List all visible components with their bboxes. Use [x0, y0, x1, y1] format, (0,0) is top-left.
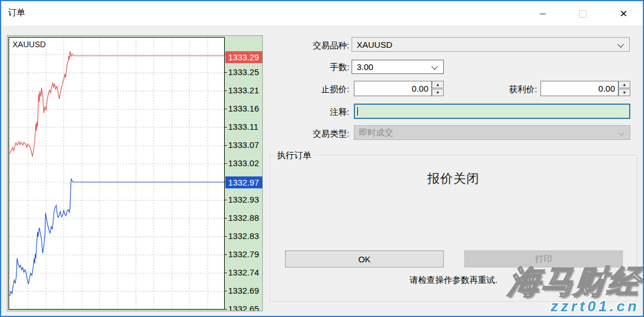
price-scale-label: 1332.79: [228, 249, 259, 260]
price-scale-label: 1332.69: [228, 286, 259, 296]
chevron-down-icon: [431, 63, 437, 69]
bid-price-tag: 1332.97: [225, 176, 263, 188]
maximize-button[interactable]: [573, 5, 592, 23]
tick-chart-svg: [9, 38, 224, 309]
ok-button[interactable]: OK: [285, 250, 444, 267]
volume-combobox[interactable]: 3.00: [352, 60, 444, 74]
price-scale-label: 1332.74: [228, 267, 259, 278]
price-scale-tick: [225, 72, 227, 73]
tick-chart-plot: XAUUSD: [9, 37, 225, 310]
price-scale-tick: [225, 309, 227, 310]
chart-symbol-label: XAUUSD: [13, 40, 46, 49]
price-scale-label: 1333.11: [228, 122, 258, 132]
arrow-up-icon: ▲: [436, 83, 440, 87]
take-profit-increment-button[interactable]: ▲: [618, 81, 630, 88]
price-scale-label: 1332.65: [228, 304, 259, 311]
comment-input[interactable]: [354, 104, 630, 119]
stop-loss-spinbox: 0.00 ▲ ▼: [354, 81, 444, 96]
trade-type-combobox: 即时成交: [354, 125, 630, 140]
trade-type-value: 即时成交: [359, 127, 393, 138]
price-scale-tick: [225, 200, 227, 200]
chevron-down-icon: [617, 41, 624, 47]
groupbox-title: 执行订单: [275, 150, 313, 161]
quotes-closed-message: 报价关闭: [270, 170, 637, 187]
symbol-combobox[interactable]: XAUUSD: [352, 37, 630, 52]
price-scale-label: 1333.25: [228, 67, 259, 77]
price-scale-tick: [225, 291, 227, 291]
ask-price-tag: 1333.29: [225, 51, 263, 63]
price-scale-label: 1333.16: [228, 104, 259, 114]
maximize-icon: [579, 10, 587, 18]
price-scale-tick: [225, 218, 227, 219]
close-button[interactable]: ✕: [614, 5, 633, 23]
price-scale-label: 1332.83: [228, 231, 259, 241]
order-dialog-window: 订单 ─ ✕ XAUUSD 1333.291333.251333.211333.…: [0, 0, 644, 317]
volume-label: 手数:: [263, 62, 349, 73]
volume-value: 3.00: [357, 62, 373, 72]
arrow-down-icon: ▼: [622, 90, 626, 94]
price-scale-label: 1333.02: [228, 158, 259, 168]
take-profit-input[interactable]: 0.00: [540, 81, 618, 96]
take-profit-decrement-button[interactable]: ▼: [618, 89, 630, 96]
price-scale-label: 1333.21: [228, 85, 259, 96]
price-scale-tick: [225, 127, 227, 127]
titlebar: 订单 ─ ✕: [1, 1, 643, 26]
take-profit-label: 获利价:: [451, 84, 537, 95]
stop-loss-input[interactable]: 0.00: [354, 81, 432, 96]
window-title: 订单: [8, 7, 25, 18]
comment-label: 注释:: [263, 107, 349, 118]
ask-line: [10, 51, 224, 157]
stop-loss-increment-button[interactable]: ▲: [432, 81, 444, 88]
price-scale-tick: [225, 90, 227, 91]
arrow-down-icon: ▼: [436, 90, 440, 94]
symbol-value: XAUUSD: [357, 40, 393, 50]
price-scale-tick: [225, 109, 227, 109]
trade-type-label: 交易类型:: [263, 129, 349, 139]
tick-chart-panel: XAUUSD 1333.291333.251333.211333.161333.…: [7, 35, 263, 311]
symbol-label: 交易品种:: [263, 40, 349, 51]
price-scale-tick: [225, 236, 227, 237]
price-scale-tick: [225, 273, 227, 273]
chevron-down-icon: [618, 129, 624, 135]
close-icon: ✕: [620, 8, 628, 20]
price-scale-tick: [225, 145, 227, 146]
watermark-site: zzrt01.cn: [551, 298, 639, 315]
minimize-icon: ─: [540, 9, 546, 18]
arrow-up-icon: ▲: [622, 83, 626, 87]
price-scale-label: 1333.07: [228, 140, 259, 150]
bid-line: [10, 179, 224, 296]
price-scale-tick: [225, 254, 227, 255]
take-profit-spinbox: 0.00 ▲ ▼: [540, 81, 630, 96]
price-scale-label: 1332.93: [228, 195, 259, 205]
text-caret: [357, 107, 358, 116]
price-scale-label: 1332.88: [228, 213, 259, 223]
stop-loss-label: 止损价:: [263, 84, 349, 95]
price-scale-tick: [225, 163, 227, 164]
minimize-button[interactable]: ─: [534, 5, 552, 23]
stop-loss-decrement-button[interactable]: ▼: [432, 89, 444, 96]
